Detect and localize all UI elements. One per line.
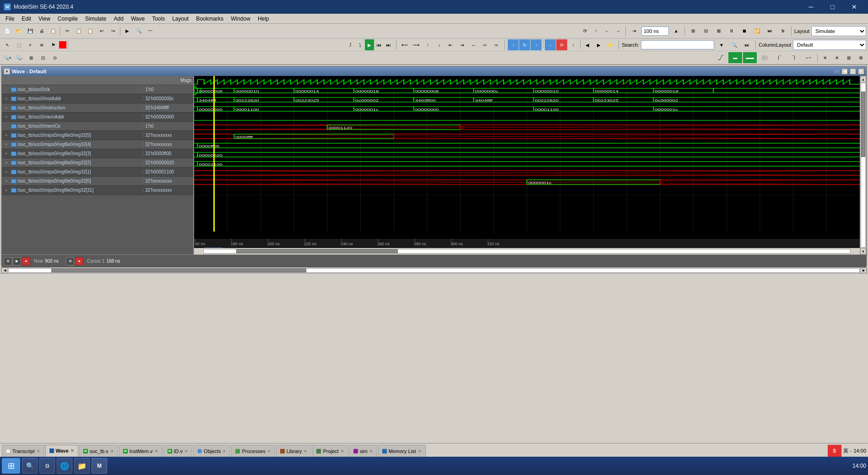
undo-button[interactable]: ↩ — [96, 26, 107, 37]
menu-window[interactable]: Window — [227, 15, 254, 23]
wave-style-1[interactable]: _╱‾ — [714, 52, 727, 63]
wave-style-7[interactable]: ⌐¬ — [802, 52, 815, 63]
cursor-btn[interactable]: ↖ — [2, 39, 13, 50]
arr-btn2[interactable]: ⟶ — [411, 39, 422, 50]
signal-row-instAddr[interactable]: + /soc_tb/soc0/instAddr 32'h0000000c — [2, 94, 193, 103]
signal-row-reg5[interactable]: + /soc_tb/soc0/mips0/regfile0/reg32[5] 3… — [2, 131, 193, 140]
arr-btn3[interactable]: ↑ — [422, 39, 433, 50]
ins-btn9[interactable]: ⭐ — [605, 39, 616, 50]
ins-btn8[interactable]: ▶ — [593, 39, 604, 50]
right-btn4[interactable]: ⏮ — [374, 39, 384, 50]
search-dropdown[interactable]: ▼ — [716, 39, 727, 50]
cursor-settings[interactable]: ⚙ — [855, 52, 866, 63]
tb-r1[interactable]: ⊞ — [688, 26, 699, 37]
copy-button[interactable]: 📋 — [73, 26, 84, 37]
wave-expand[interactable]: □ — [850, 68, 856, 75]
tab-soc-tb-close[interactable]: ✕ — [110, 449, 114, 453]
arr-btn1[interactable]: ⟵ — [399, 39, 410, 50]
zoom-all-btn[interactable]: ⊞ — [26, 52, 37, 63]
run-time-up[interactable]: ▲ — [671, 26, 682, 37]
column-layout-select[interactable]: Default — [793, 40, 866, 50]
cursor-btn2[interactable]: ● — [75, 257, 83, 265]
tab-transcript-close[interactable]: ✕ — [37, 449, 40, 453]
scroll-track[interactable] — [203, 249, 851, 254]
tab-transcript[interactable]: Transcript ✕ — [2, 445, 44, 457]
hscroll-thumb[interactable] — [51, 269, 306, 272]
vscroll-down[interactable]: ▼ — [860, 248, 866, 254]
status-btn2[interactable]: ▶ — [13, 257, 21, 265]
signal-row-reg3[interactable]: + /soc_tb/soc0/mips0/regfile0/reg32[3] 3… — [2, 149, 193, 158]
signal-row-clk[interactable]: /soc_tb/soc0/clk 1'h0 — [2, 85, 193, 94]
wave-style-4[interactable]: ░░ — [758, 52, 771, 63]
tab-objects[interactable]: Objects ✕ — [193, 445, 230, 457]
menu-add[interactable]: Add — [110, 15, 127, 23]
main-hscroll[interactable]: ◀ ▶ — [1, 267, 867, 274]
tab-memory-list-close[interactable]: ✕ — [418, 449, 422, 453]
wave-style-5[interactable]: |‾ — [772, 52, 786, 63]
waveform-hscroll[interactable] — [194, 248, 860, 254]
cursor-copy[interactable]: ⊞ — [843, 52, 854, 63]
zoom-in-btn[interactable]: 🔍+ — [2, 52, 13, 63]
print2-button[interactable]: 📋 — [48, 26, 59, 37]
zoom-cursor-btn[interactable]: ⊡ — [38, 52, 49, 63]
cursor-x1[interactable]: ✕ — [819, 52, 830, 63]
ruler-btn[interactable]: + — [25, 39, 36, 50]
wave-menu-btn[interactable]: ▼ — [4, 68, 10, 75]
vscroll-up[interactable]: ▲ — [860, 76, 866, 82]
layout-select[interactable]: Simulate — [811, 26, 866, 36]
wave-tool-btn[interactable]: ≋ — [36, 39, 47, 50]
wave-style-3[interactable]: ▬▬ — [743, 52, 757, 63]
arr-btn4[interactable]: ↓ — [434, 39, 445, 50]
menu-layout[interactable]: Layout — [168, 15, 192, 23]
signal-row-memAddr[interactable]: + /soc_tb/soc0/memAddr 32'h00000000 — [2, 113, 193, 122]
menu-bookmarks[interactable]: Bookmarks — [192, 15, 227, 23]
tab-project[interactable]: Project ✕ — [312, 445, 348, 457]
right-btn1[interactable]: ⤴ — [346, 39, 355, 50]
wave-style-2[interactable]: ▬ — [728, 52, 742, 63]
ins-btn7[interactable]: ◀ — [582, 39, 593, 50]
tab-sim[interactable]: sim ✕ — [349, 445, 377, 457]
arr-btn7[interactable]: ↔ — [468, 39, 479, 50]
signal-row-reg1[interactable]: + /soc_tb/soc0/mips0/regfile0/reg32[1] 3… — [2, 167, 193, 177]
flag-btn[interactable]: ⚑ — [48, 39, 59, 50]
search-input[interactable] — [641, 40, 714, 49]
wave-style-6[interactable]: ‾| — [787, 52, 801, 63]
tb-r6[interactable]: 🔁 — [752, 26, 763, 37]
run-time-input[interactable] — [641, 27, 669, 36]
tab-memory-list[interactable]: Memory List ✕ — [378, 445, 426, 457]
menu-tools[interactable]: Tools — [148, 15, 168, 23]
tb-r4[interactable]: ⏸ — [726, 26, 737, 37]
signal-row-reg2[interactable]: + /soc_tb/soc0/mips0/regfile0/reg32[2] 3… — [2, 158, 193, 167]
tab-library[interactable]: Library ✕ — [276, 445, 312, 457]
signal-row-reg4[interactable]: + /soc_tb/soc0/mips0/regfile0/reg32[4] 3… — [2, 140, 193, 149]
minimize-button[interactable]: ─ — [801, 0, 821, 14]
save-button[interactable]: 💾 — [25, 26, 36, 37]
sim-ctrl-2[interactable]: ↑ — [591, 26, 601, 37]
tab-instmem-close[interactable]: ✕ — [155, 449, 158, 453]
search-go[interactable]: 🔍 — [729, 39, 740, 50]
tab-project-close[interactable]: ✕ — [341, 449, 344, 453]
tb-r8[interactable]: 🖱 — [777, 26, 788, 37]
redo-button[interactable]: ↪ — [108, 26, 119, 37]
color-btn[interactable] — [59, 41, 66, 49]
tb-r7[interactable]: ⏭ — [765, 26, 776, 37]
menu-compile[interactable]: Compile — [54, 15, 81, 23]
menu-edit[interactable]: Edit — [18, 15, 35, 23]
right-btn3[interactable]: ▶ — [365, 39, 374, 50]
taskbar-app2[interactable]: 📁 — [74, 458, 90, 474]
paste-button[interactable]: 📋 — [85, 26, 96, 37]
new-button[interactable]: 📄 — [2, 26, 13, 37]
find-button[interactable]: 🔍 — [133, 26, 144, 37]
tab-id-close[interactable]: ✕ — [184, 449, 188, 453]
tab-sim-close[interactable]: ✕ — [369, 449, 373, 453]
scroll-thumb[interactable] — [236, 249, 398, 253]
run-button[interactable]: ▶ — [122, 26, 133, 37]
status-btn1[interactable]: ⊞ — [4, 257, 12, 265]
taskbar-app1[interactable]: 🌐 — [57, 458, 72, 474]
zoom-out-btn[interactable]: 🔍- — [14, 52, 25, 63]
signal-row-memCe[interactable]: /soc_tb/soc0/memCe 1'h0 — [2, 122, 193, 131]
signal-row-reg0[interactable]: + /soc_tb/soc0/mips0/regfile0/reg32[0] 3… — [2, 177, 193, 186]
ins-btn4[interactable]: ↓ — [545, 39, 556, 50]
right-btn2[interactable]: ⤵ — [355, 39, 364, 50]
zoom-select-btn[interactable]: ⬚ — [13, 39, 24, 50]
